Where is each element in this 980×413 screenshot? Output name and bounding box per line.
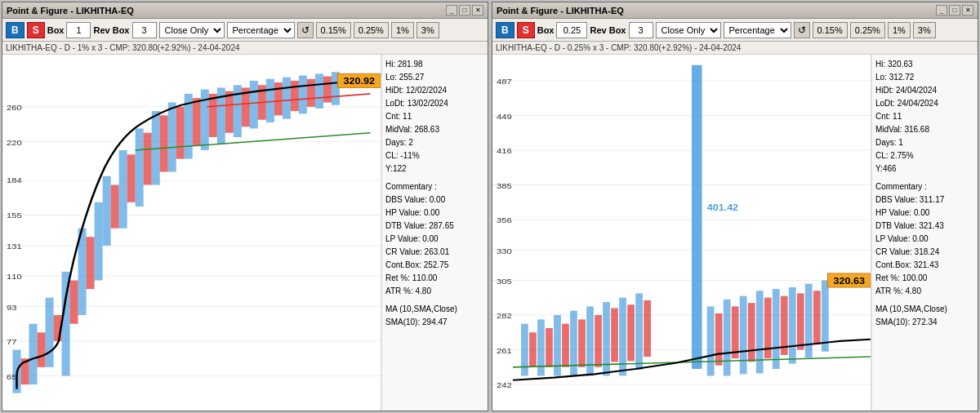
buy-button-2[interactable]: B (496, 22, 514, 38)
svg-rect-43 (291, 81, 299, 111)
title-1: Point & Figure - LIKHITHA-EQ (7, 6, 134, 16)
title-bar-2: Point & Figure - LIKHITHA-EQ _ □ ✕ (492, 2, 978, 19)
svg-text:356: 356 (497, 216, 512, 224)
minimize-btn-1[interactable]: _ (446, 5, 457, 16)
title-2: Point & Figure - LIKHITHA-EQ (497, 6, 624, 16)
pct-015-1[interactable]: 0.15% (316, 22, 351, 38)
rev-box-label-1: Rev Box (93, 25, 129, 35)
svg-text:385: 385 (497, 182, 512, 190)
hi-dt-2: HiDt: 24/04/2024 (875, 84, 974, 97)
ma-section-2: MA (10,SMA,Close) SMA(10): 272.34 (875, 303, 974, 329)
chart-subtitle-2: LIKHITHA-EQ - D - 0.25% x 3 - CMP: 320.8… (492, 42, 978, 55)
days-2: Days: 1 (875, 136, 974, 149)
svg-text:401.42: 401.42 (707, 202, 738, 212)
svg-rect-87 (562, 324, 569, 367)
svg-rect-33 (209, 94, 217, 137)
svg-rect-114 (822, 280, 829, 351)
svg-rect-83 (529, 332, 537, 367)
box-input-1[interactable] (66, 22, 91, 38)
mid-val-2: MidVal: 316.68 (875, 123, 974, 136)
pct-1-1[interactable]: 1% (391, 22, 414, 38)
svg-rect-103 (732, 306, 739, 358)
svg-rect-45 (307, 79, 315, 107)
close-only-select-1[interactable]: Close Only (159, 22, 225, 38)
svg-rect-98 (692, 65, 702, 369)
svg-rect-10 (29, 324, 38, 384)
lp-2: LP Value: 0.00 (875, 233, 974, 246)
hi-value-2: Hi: 320.63 (875, 58, 974, 71)
svg-rect-27 (160, 115, 168, 171)
svg-rect-102 (724, 300, 731, 376)
box-label-1: Box (47, 25, 65, 35)
y-1: Y:122 (385, 162, 484, 175)
lp-1: LP Value: 0.00 (385, 233, 484, 246)
lo-value-1: Lo: 255.27 (385, 71, 484, 84)
pct-015-2[interactable]: 0.15% (813, 22, 848, 38)
title-bar-1: Point & Figure - LIKHITHA-EQ _ □ ✕ (2, 2, 488, 19)
pct-025-2[interactable]: 0.25% (850, 22, 885, 38)
cl-1: CL: -11% (385, 149, 484, 162)
rev-box-input-2[interactable] (629, 22, 653, 38)
refresh-icon-2[interactable]: ↺ (794, 22, 810, 38)
y-2: Y:466 (875, 162, 974, 175)
chart-info-2: Hi: 320.63 Lo: 312.72 HiDt: 24/04/2024 L… (871, 55, 978, 411)
percentage-select-2[interactable]: Percentage (724, 22, 791, 38)
pct-025-1[interactable]: 0.25% (354, 22, 389, 38)
hp-2: HP Value: 0.00 (875, 206, 974, 220)
svg-rect-106 (756, 291, 764, 373)
pct-3-1[interactable]: 3% (416, 22, 439, 38)
svg-rect-112 (805, 284, 813, 357)
hi-value-1: Hi: 281.98 (385, 58, 484, 71)
svg-rect-16 (70, 280, 78, 323)
ma-label-2: MA (10,SMA,Close) (875, 303, 974, 316)
lo-dt-2: LoDt: 24/04/2024 (875, 97, 974, 110)
box-input-2[interactable] (556, 22, 587, 38)
svg-rect-41 (274, 82, 283, 115)
svg-rect-44 (299, 76, 307, 114)
cr-1: CR Value: 263.01 (385, 246, 484, 259)
ma-label-1: MA (10,SMA,Close) (385, 303, 484, 316)
svg-rect-42 (283, 78, 291, 119)
svg-text:131: 131 (7, 242, 22, 251)
close-btn-1[interactable]: ✕ (472, 5, 483, 16)
maximize-btn-1[interactable]: □ (459, 5, 470, 16)
percentage-select-1[interactable]: Percentage (227, 22, 295, 38)
sma10-2: SMA(10): 272.34 (875, 316, 974, 329)
sell-button-2[interactable]: S (517, 22, 535, 38)
refresh-icon-1[interactable]: ↺ (297, 22, 314, 38)
dbs-1: DBS Value: 0.00 (385, 193, 484, 206)
minimize-btn-2[interactable]: _ (936, 5, 947, 16)
svg-text:220: 220 (7, 138, 22, 146)
svg-rect-104 (740, 296, 747, 375)
sell-button-1[interactable]: S (27, 22, 45, 38)
svg-rect-91 (595, 315, 602, 367)
pct-3-2[interactable]: 3% (913, 22, 936, 38)
ma-section-1: MA (10,SMA,Close) SMA(10): 294.47 (385, 303, 484, 329)
close-btn-2[interactable]: ✕ (962, 5, 973, 16)
maximize-btn-2[interactable]: □ (949, 5, 960, 16)
svg-rect-95 (627, 304, 635, 361)
svg-rect-89 (578, 319, 586, 366)
pct-1-2[interactable]: 1% (888, 22, 911, 38)
lo-dt-1: LoDt: 13/02/2024 (385, 97, 484, 110)
ret-pct-2: Ret %: 100.00 (875, 272, 974, 285)
svg-text:261: 261 (497, 347, 512, 355)
svg-text:305: 305 (497, 277, 512, 285)
svg-rect-40 (266, 79, 274, 122)
buy-button-1[interactable]: B (6, 22, 24, 38)
chart-canvas-1: 320.92 260 220 184 155 131 110 93 77 65 (2, 55, 381, 411)
commentary-2: Commentary : (875, 180, 974, 193)
svg-rect-110 (789, 287, 796, 364)
chart-svg-1: 320.92 260 220 184 155 131 110 93 77 65 (2, 55, 381, 411)
chart-area-2: 487 449 416 385 356 330 305 282 261 242 (492, 55, 978, 411)
ret-pct-1: Ret %: 110.00 (385, 272, 484, 285)
commentary-section-1: Commentary : DBS Value: 0.00 HP Value: 0… (385, 180, 484, 329)
close-only-select-2[interactable]: Close Only (656, 22, 721, 38)
rev-box-input-1[interactable] (132, 22, 157, 38)
cont-box-1: Cont.Box: 252.75 (385, 259, 484, 272)
cl-2: CL: 2.75% (875, 149, 974, 162)
svg-text:320.63: 320.63 (834, 276, 866, 286)
svg-text:184: 184 (7, 176, 22, 184)
dbs-2: DBS Value: 311.17 (875, 193, 974, 206)
chart-svg-2: 487 449 416 385 356 330 305 282 261 242 (492, 55, 871, 411)
